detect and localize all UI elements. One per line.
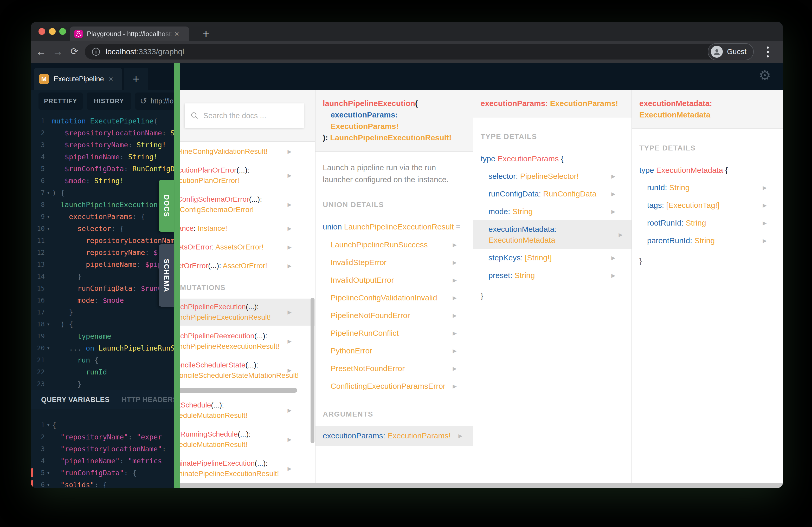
editor-tab-close-icon[interactable]: × xyxy=(109,75,113,84)
tab-query-variables[interactable]: QUERY VARIABLES xyxy=(41,396,110,404)
editor-toolbar: PRETTIFY HISTORY ↺ http://loc xyxy=(31,90,174,115)
type-field-mode[interactable]: mode: String▶ xyxy=(481,203,624,220)
chevron-right-icon: ▶ xyxy=(288,242,292,252)
editor-line: 17} xyxy=(31,306,174,318)
editor-line: 14} xyxy=(31,270,174,282)
union-member-ConflictingExecutionParamsError[interactable]: ConflictingExecutionParamsError▶ xyxy=(323,377,466,395)
type-field-tags[interactable]: tags: [ExecutionTag!]▶ xyxy=(639,196,775,214)
tab-docs[interactable]: DOCS xyxy=(159,180,174,232)
argument-row-executionparams[interactable]: executionParams: ExecutionParams! ▶ xyxy=(316,426,473,446)
reload-icon[interactable]: ⟳ xyxy=(67,44,82,59)
window-minimize-button[interactable] xyxy=(49,28,56,35)
avatar xyxy=(711,46,723,58)
union-member-PythonError[interactable]: PythonError▶ xyxy=(323,342,466,360)
union-member-PipelineRunConflict[interactable]: PipelineRunConflict▶ xyxy=(323,324,466,342)
mutation-badge: M xyxy=(39,74,49,84)
editor-line: 5▾"runConfigData": { xyxy=(31,467,174,479)
union-member-PipelineNotFoundError[interactable]: PipelineNotFoundError▶ xyxy=(323,307,466,324)
docs-field-terminatePipelineExecution[interactable]: terminatePipelineExecution(...):Terminat… xyxy=(180,455,316,482)
url-bar[interactable]: localhost:3333/graphql xyxy=(85,44,722,60)
editor-line: 18▾) { xyxy=(31,318,174,330)
browser-window: Playground - http://localhost:33 × + ← →… xyxy=(31,22,783,488)
union-member-InvalidStepError[interactable]: InvalidStepError▶ xyxy=(323,254,466,271)
browser-tabstrip: Playground - http://localhost:33 × + xyxy=(31,22,783,41)
endpoint-url: http://loc xyxy=(150,97,174,105)
variables-editor[interactable]: 1▾{2"repositoryName": "exper3"repository… xyxy=(31,409,174,488)
chevron-right-icon: ▶ xyxy=(453,294,457,302)
docs-field-stopRunningSchedule[interactable]: stopRunningSchedule(...):ScheduleMutatio… xyxy=(180,426,316,453)
add-tab-button[interactable]: + xyxy=(124,68,148,90)
union-member-LaunchPipelineRunSuccess[interactable]: LaunchPipelineRunSuccess▶ xyxy=(323,236,466,254)
type-field-preset[interactable]: preset: String▶ xyxy=(481,267,624,284)
editor-pane: PRETTIFY HISTORY ↺ http://loc 1mutation … xyxy=(31,90,174,488)
editor-tab-executepipeline[interactable]: M ExecutePipeline × xyxy=(34,68,122,90)
window-close-button[interactable] xyxy=(39,28,45,35)
query-editor[interactable]: 1mutation ExecutePipeline(2$repositoryLo… xyxy=(31,115,174,390)
union-member-PipelineConfigValidationInvalid[interactable]: PipelineConfigValidationInvalid▶ xyxy=(323,289,466,307)
docs-field-runConfigSchemaOrError[interactable]: runConfigSchemaOrError(...):RunConfigSch… xyxy=(180,191,316,218)
docs-search-box[interactable] xyxy=(185,103,304,128)
type-field-executionMetadata[interactable]: executionMetadata:ExecutionMetadata▶ xyxy=(473,220,632,249)
browser-tab[interactable]: Playground - http://localhost:33 × xyxy=(70,27,189,41)
type-field-selector[interactable]: selector: PipelineSelector!▶ xyxy=(481,167,624,185)
variables-header: QUERY VARIABLES HTTP HEADERS xyxy=(31,390,174,409)
browser-toolbar: ← → ⟳ localhost:3333/graphql Guest xyxy=(31,41,783,63)
profile-label: Guest xyxy=(727,48,746,56)
endpoint-reload-icon[interactable]: ↺ xyxy=(140,96,147,106)
union-details-label: UNION DETAILS xyxy=(323,201,466,209)
back-icon[interactable]: ← xyxy=(34,44,48,59)
chevron-right-icon: ▶ xyxy=(288,170,292,181)
url-host: localhost xyxy=(106,47,136,56)
prettify-button[interactable]: PRETTIFY xyxy=(39,92,83,110)
tab-close-icon[interactable]: × xyxy=(174,29,179,39)
chevron-right-icon: ▶ xyxy=(611,171,615,182)
vertical-scrollbar[interactable] xyxy=(310,298,315,443)
tab-schema[interactable]: SCHEMA xyxy=(159,244,174,307)
docs-field-reconcileSchedulerState[interactable]: reconcileSchedulerState(...):ReconcileSc… xyxy=(180,357,316,384)
union-member-PresetNotFoundError[interactable]: PresetNotFoundError▶ xyxy=(323,360,466,377)
settings-gear-icon[interactable]: ⚙ xyxy=(759,69,771,82)
chevron-right-icon: ▶ xyxy=(288,365,292,376)
type-field-rootRunId[interactable]: rootRunId: String▶ xyxy=(639,214,775,232)
union-member-InvalidOutputError[interactable]: InvalidOutputError▶ xyxy=(323,271,466,289)
type-declaration: type ExecutionParams { xyxy=(481,154,624,163)
union-member-list: LaunchPipelineRunSuccess▶InvalidStepErro… xyxy=(323,236,466,395)
editor-line: 23} xyxy=(31,378,174,390)
docs-field-assetsOrError[interactable]: assetsOrError: AssetsOrError!▶ xyxy=(180,239,316,255)
docs-field-assetOrError[interactable]: assetOrError(...): AssetOrError!▶ xyxy=(180,257,316,274)
search-input[interactable] xyxy=(203,111,298,120)
editor-line: 13pipelineName: $pipelineName xyxy=(31,258,174,270)
editor-line: 6$mode: String! xyxy=(31,175,174,186)
docs-column-fields: PipelineConfigValidationResult!▶executio… xyxy=(180,90,316,483)
union-declaration: union LaunchPipelineExecutionResult = xyxy=(323,223,466,231)
type-field-stepKeys[interactable]: stepKeys: [String!]▶ xyxy=(481,249,624,267)
docs-field-partial[interactable]: PipelineConfigValidationResult!▶ xyxy=(180,143,316,160)
chevron-right-icon: ▶ xyxy=(453,329,457,337)
tab-http-headers[interactable]: HTTP HEADERS xyxy=(122,396,174,404)
window-zoom-button[interactable] xyxy=(59,28,66,35)
editor-line: 3"repositoryLocationName": xyxy=(31,443,174,455)
docs-column-executionparams: executionParams: ExecutionParams! TYPE D… xyxy=(473,90,632,483)
profile-button[interactable]: Guest xyxy=(708,43,754,60)
docs-field-launchPipelineReexecution[interactable]: launchPipelineReexecution(...):LaunchPip… xyxy=(180,328,316,355)
docs-field-startSchedule[interactable]: startSchedule(...):ScheduleMutationResul… xyxy=(180,397,316,424)
browser-tab-title: Playground - http://localhost:33 xyxy=(87,30,173,38)
docs-divider-strip[interactable] xyxy=(174,63,180,488)
type-field-runId[interactable]: runId: String▶ xyxy=(639,179,775,196)
docs-field-executionPlanOrError[interactable]: executionPlanOrError(...):ExecutionPlanO… xyxy=(180,162,316,189)
endpoint-input[interactable]: ↺ http://loc xyxy=(135,92,174,110)
forward-icon[interactable]: → xyxy=(50,44,65,59)
new-tab-button[interactable]: + xyxy=(199,27,213,41)
editor-line: 4"pipelineName": "metrics xyxy=(31,455,174,467)
type-field-runConfigData[interactable]: runConfigData: RunConfigData▶ xyxy=(481,185,624,203)
chevron-right-icon: ▶ xyxy=(288,307,292,317)
type-field-parentRunId[interactable]: parentRunId: String▶ xyxy=(639,232,775,250)
chevron-right-icon: ▶ xyxy=(453,259,457,266)
chevron-right-icon: ▶ xyxy=(288,336,292,346)
horizontal-scrollbar-thumb[interactable] xyxy=(180,388,297,393)
docs-field-launchPipelineExecution[interactable]: launchPipelineExecution(...):LaunchPipel… xyxy=(180,299,316,326)
browser-menu-icon[interactable] xyxy=(763,45,773,59)
history-button[interactable]: HISTORY xyxy=(87,92,131,110)
horizontal-scrollbar[interactable] xyxy=(180,483,783,488)
docs-field-instance[interactable]: instance: Instance!▶ xyxy=(180,220,316,237)
